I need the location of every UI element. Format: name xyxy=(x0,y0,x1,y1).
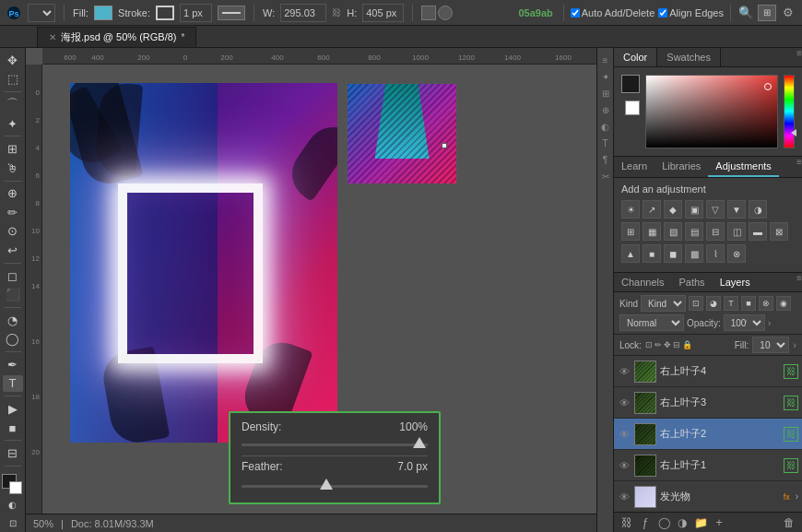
tab-layers[interactable]: Layers xyxy=(713,273,758,291)
screen-mode-toggle[interactable]: ⊡ xyxy=(3,514,23,532)
tool-type-select[interactable]: Shape xyxy=(28,4,55,22)
workspace-switch[interactable]: ⊞ xyxy=(758,5,776,21)
layer-visibility-eye[interactable]: 👁 xyxy=(618,491,631,503)
tab-swatches[interactable]: Swatches xyxy=(657,48,721,66)
shape-type-square[interactable] xyxy=(421,6,436,20)
layer-filter-adjust[interactable]: ◕ xyxy=(706,296,721,311)
adj-gradient[interactable]: ◼ xyxy=(664,244,682,263)
lock-position[interactable]: ✥ xyxy=(664,340,671,349)
strip-icon-7[interactable]: ¶ xyxy=(599,153,612,166)
cp-background-swatch[interactable] xyxy=(625,100,640,115)
dodge-tool[interactable]: ◯ xyxy=(3,331,23,349)
add-style-btn[interactable]: ƒ xyxy=(638,515,653,530)
history-brush-tool[interactable]: ↩ xyxy=(3,242,23,259)
search-icon[interactable]: 🔍 xyxy=(737,5,754,21)
crop-tool[interactable]: ⊞ xyxy=(3,140,23,158)
density-slider-container[interactable] xyxy=(242,437,428,452)
lock-artboard[interactable]: ⊟ xyxy=(673,340,680,349)
adj-extra[interactable]: ⊗ xyxy=(727,244,746,263)
canvas-area[interactable]: 600 400 200 0 200 400 600 800 1000 1200 … xyxy=(26,48,596,532)
adj-invert[interactable]: ▤ xyxy=(685,222,703,241)
tab-learn[interactable]: Learn xyxy=(614,157,655,177)
strip-icon-2[interactable]: ✦ xyxy=(599,70,612,83)
layer-link-icon[interactable]: ⛓ xyxy=(784,458,798,473)
link-icon[interactable]: ⛓ xyxy=(332,7,341,18)
fill-select[interactable]: 100% xyxy=(752,337,789,353)
tab-color[interactable]: Color xyxy=(614,48,657,66)
layer-filter-type[interactable]: T xyxy=(724,296,738,311)
layer-visibility-eye[interactable]: 👁 xyxy=(618,428,631,441)
tab-paths[interactable]: Paths xyxy=(671,273,712,291)
adj-bw[interactable]: ◑ xyxy=(749,200,767,219)
align-edges-checkbox-label[interactable]: Align Edges xyxy=(658,7,724,18)
adj-brightness[interactable]: ☀ xyxy=(621,200,640,219)
adj-gradient-map[interactable]: ▬ xyxy=(749,222,767,241)
adj-curves2[interactable]: ⌇ xyxy=(706,244,725,263)
adj-curves[interactable]: ↗ xyxy=(643,200,661,219)
layer-filter-pixel[interactable]: ⊡ xyxy=(689,296,703,311)
layer-filter-shape[interactable]: ■ xyxy=(741,296,756,311)
shape-type-circle[interactable] xyxy=(438,6,453,20)
layer-visibility-eye[interactable]: 👁 xyxy=(618,459,631,472)
add-mask-btn[interactable]: ◯ xyxy=(656,515,671,530)
strip-icon-5[interactable]: ◐ xyxy=(599,120,612,133)
blur-tool[interactable]: ◔ xyxy=(3,312,23,329)
tab-adjustments[interactable]: Adjustments xyxy=(708,157,779,177)
strip-icon-4[interactable]: ⊕ xyxy=(599,103,612,116)
adj-threshold[interactable]: ◫ xyxy=(727,222,746,241)
settings-icon[interactable]: ⚙ xyxy=(780,5,796,21)
tab-libraries[interactable]: Libraries xyxy=(655,157,708,177)
height-input[interactable] xyxy=(362,4,404,22)
layer-item[interactable]: 👁 发光物 fx › xyxy=(614,481,802,512)
move-tool[interactable]: ✥ xyxy=(3,52,23,69)
layer-item[interactable]: 👁 右上叶子1 ⛓ xyxy=(614,450,802,481)
density-slider-thumb[interactable] xyxy=(413,437,426,448)
lasso-tool[interactable]: ⌒ xyxy=(3,96,23,113)
strip-icon-1[interactable]: ≡ xyxy=(599,53,612,66)
layer-item[interactable]: 👁 右上叶子3 ⛓ xyxy=(614,387,802,419)
adj-selective-color[interactable]: ⊠ xyxy=(770,222,788,241)
adj-color-lookup[interactable]: ▧ xyxy=(664,222,682,241)
layer-item[interactable]: 👁 右上叶子2 ⛓ xyxy=(614,419,802,450)
adj-channel-mixer[interactable]: ▦ xyxy=(643,222,661,241)
link-layers-btn[interactable]: ⛓ xyxy=(619,515,634,530)
color-panel-collapse[interactable]: ≡ xyxy=(796,48,802,66)
layer-filter-smart[interactable]: ⊗ xyxy=(759,296,773,311)
eraser-tool[interactable]: ◻ xyxy=(3,267,23,285)
auto-add-checkbox-label[interactable]: Auto Add/Delete xyxy=(571,7,655,18)
strip-icon-8[interactable]: ✂ xyxy=(599,170,612,183)
layer-item[interactable]: 👁 右上叶子4 ⛓ xyxy=(614,356,802,387)
main-artwork-canvas[interactable] xyxy=(70,83,337,443)
layer-link-icon[interactable]: ⛓ xyxy=(784,396,798,410)
cp-foreground-swatch[interactable] xyxy=(621,75,640,93)
opacity-chevron[interactable]: › xyxy=(768,317,772,328)
eyedropper-tool[interactable]: 🖰 xyxy=(3,160,23,177)
layer-link-icon[interactable]: ⛓ xyxy=(784,364,798,379)
fill-chevron[interactable]: › xyxy=(793,339,796,350)
feather-slider-container[interactable] xyxy=(242,479,428,493)
path-select-tool[interactable]: ▶ xyxy=(3,400,23,418)
auto-add-checkbox[interactable] xyxy=(571,8,580,18)
blend-mode-select[interactable]: Normal xyxy=(619,314,684,331)
new-adjustment-btn[interactable]: ◑ xyxy=(675,515,690,530)
layer-visibility-eye[interactable]: 👁 xyxy=(618,365,631,378)
align-edges-checkbox[interactable] xyxy=(658,8,667,18)
adj-solid-color[interactable]: ■ xyxy=(643,244,661,263)
healing-tool[interactable]: ⊕ xyxy=(3,184,23,202)
gradient-tool[interactable]: ⬛ xyxy=(3,286,23,303)
width-input[interactable] xyxy=(280,4,326,22)
adj-levels[interactable]: ▲ xyxy=(621,244,640,263)
adj-photo-filter[interactable]: ⊞ xyxy=(621,222,640,241)
tab-close-icon[interactable]: ✕ xyxy=(49,32,56,42)
layers-panel-collapse[interactable]: ≡ xyxy=(796,273,802,291)
delete-layer-btn[interactable]: 🗑 xyxy=(782,515,796,530)
strip-icon-3[interactable]: ⊞ xyxy=(599,87,612,100)
strip-icon-6[interactable]: T xyxy=(599,136,612,149)
magic-wand-tool[interactable]: ✦ xyxy=(3,115,23,133)
stroke-type-select[interactable] xyxy=(218,6,245,20)
adj-pattern[interactable]: ▩ xyxy=(685,244,703,263)
lock-transparent[interactable]: ⊡ xyxy=(645,340,653,349)
opacity-select[interactable]: 100% xyxy=(724,314,765,331)
clone-tool[interactable]: ⊙ xyxy=(3,223,23,241)
marquee-tool[interactable]: ⬚ xyxy=(3,71,23,89)
